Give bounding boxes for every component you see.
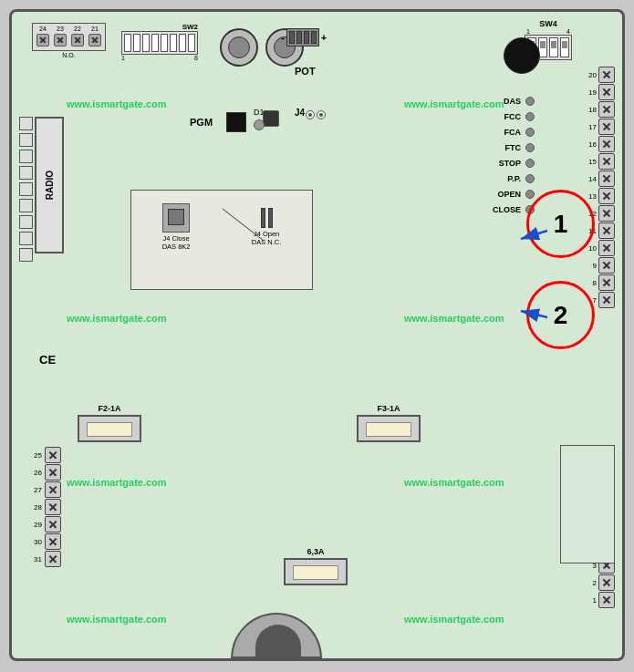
annotation-circle-2: 2 [526,281,595,349]
watermark-5: www.ismartgate.com [67,477,167,488]
sw2-area: SW2 18 [121,23,198,61]
annotation-circle-1: 1 [526,190,595,258]
bottom-left-terminals: 25 26 27 28 29 30 31 [26,447,61,567]
pgm-label: PGM [190,117,213,128]
j4-pointer-line [131,191,314,291]
right-terminals-top: 20 19 18 17 16 15 14 13 12 11 10 9 8 7 [578,67,615,308]
left-terminals [19,117,33,262]
radio-block: RADIO [35,117,64,253]
bottom-component [231,613,322,658]
svg-line-4 [223,209,264,241]
watermark-6: www.ismartgate.com [404,477,504,488]
pgm-component [226,112,246,132]
pot-label: POT [295,62,316,78]
top-terminal-group: 24 23 22 21 N.O. [32,23,106,58]
ce-mark: CE [39,353,56,367]
watermark-3: www.ismartgate.com [67,313,167,324]
j4-connector [306,110,326,119]
j4-label: J4 [295,108,305,118]
power-terminal: - + [281,28,327,47]
watermark-8: www.ismartgate.com [404,614,504,625]
f3-fuse-area: F3-1A [357,404,421,442]
fuse-63a-area: 6,3A [284,547,348,585]
watermark-4: www.ismartgate.com [404,313,504,324]
f2-fuse-area: F2-1A [78,404,141,442]
large-component [504,37,540,74]
center-labels-area: DAS FCC FCA FTC STOP P.P. OPEN CLOSE [489,96,535,217]
watermark-7: www.ismartgate.com [67,614,167,625]
right-bottom-terminal-area [560,445,615,563]
small-component [254,119,265,130]
watermark-1: www.ismartgate.com [67,98,167,109]
d1-component [263,110,279,127]
transformer-1 [220,28,258,67]
circuit-board: www.ismartgate.com www.ismartgate.com ww… [9,9,625,661]
j4-diagram: J4 CloseDAS 8K2 J4 OpenDAS N.C. [130,190,313,290]
